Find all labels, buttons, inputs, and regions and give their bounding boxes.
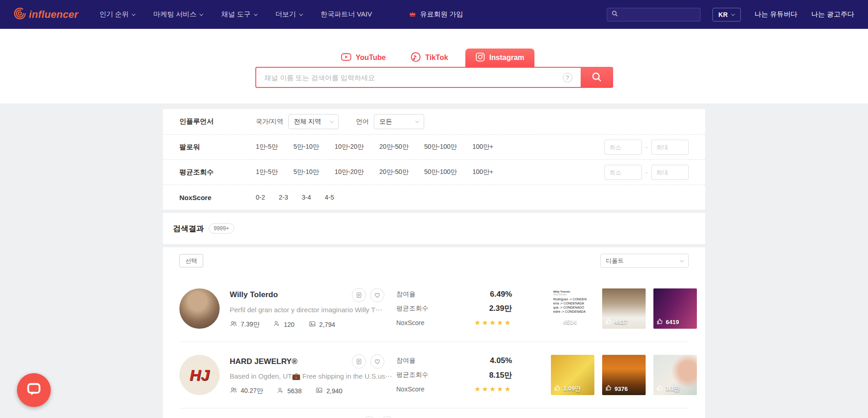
- nav-search-input[interactable]: [622, 11, 696, 18]
- noxscore-stars: ★★★★★: [474, 319, 512, 327]
- noxscore-range-option[interactable]: 2-3: [279, 194, 288, 201]
- results-list-panel: 선택 디폴트 Willy Tolerdo: [163, 247, 705, 418]
- nav-link-im-a-youtuber[interactable]: 나는 유튜버다: [755, 10, 798, 19]
- favorite-heart-button[interactable]: [370, 288, 384, 302]
- chevron-down-icon: [330, 119, 334, 123]
- followers-icon: [230, 320, 237, 329]
- tab-tiktok[interactable]: TikTok: [403, 49, 455, 67]
- following-icon: [277, 387, 284, 396]
- help-icon[interactable]: ?: [563, 73, 572, 82]
- filter-label: 평균조회수: [179, 168, 256, 177]
- avgview-range-option[interactable]: 10만-20만: [334, 168, 364, 176]
- follower-range-option[interactable]: 100만+: [472, 143, 493, 151]
- avatar[interactable]: [179, 288, 220, 329]
- logo[interactable]: influencer: [14, 7, 78, 22]
- like-count: 4437: [615, 319, 628, 326]
- followers-stat: 7.39만: [230, 320, 259, 329]
- search-button[interactable]: [581, 67, 613, 88]
- follower-range-option[interactable]: 1만-5만: [256, 143, 278, 151]
- language-select[interactable]: 모든: [374, 114, 424, 129]
- favorite-heart-button[interactable]: [380, 416, 394, 418]
- post-thumbnail[interactable]: 4437: [602, 288, 646, 329]
- tiktok-icon: [410, 52, 421, 64]
- post-thumbnail[interactable]: 9376: [602, 355, 646, 395]
- avgview-range-option[interactable]: 20만-50만: [379, 168, 409, 176]
- image-icon: [308, 320, 316, 329]
- follower-range-option[interactable]: 5만-10만: [293, 143, 319, 151]
- filter-row-avg-views: 평균조회수 1만-5만 5만-10만 10만-20만 20만-50만 50만-1…: [163, 159, 705, 185]
- posts-stat: 2,794: [308, 320, 335, 329]
- nav-link-im-an-advertiser[interactable]: 나는 광고주다: [811, 10, 854, 19]
- follower-min-input[interactable]: [604, 140, 642, 155]
- search-icon: [611, 10, 618, 19]
- page-body: 인플루언서 국가/지역 전체 지역 언어 모든 팔로워 1만-5만 5만-10만…: [0, 103, 868, 418]
- nav-search-box[interactable]: [607, 8, 701, 22]
- follower-range-option[interactable]: 10만-20만: [334, 143, 364, 151]
- channel-name[interactable]: HARD JEWELRY®: [230, 357, 297, 366]
- search-icon: [591, 71, 602, 84]
- instagram-icon: [475, 52, 485, 64]
- following-icon: [273, 320, 280, 329]
- post-thumbnail[interactable]: Willy Tolerdo WillyTolerdoo Rodríguez ->…: [551, 288, 594, 329]
- noxscore-range-option[interactable]: 4-5: [325, 194, 334, 201]
- avgview-range-option[interactable]: 50만-100만: [424, 168, 457, 176]
- language-selector[interactable]: KR: [712, 8, 741, 22]
- nav-menu: 인기 순위 마케팅 서비스 채널 도구 더보기 한국파트너 VAIV 유료회원 …: [99, 10, 463, 19]
- noxscore-range-option[interactable]: 0-2: [256, 194, 265, 201]
- filter-row-influencer: 인플루언서 국가/지역 전체 지역 언어 모든: [163, 109, 705, 134]
- post-thumbnail[interactable]: 1.09만: [551, 355, 594, 395]
- follower-range-option[interactable]: 20만-50만: [379, 143, 409, 151]
- avgview-range-option[interactable]: 5만-10만: [293, 168, 319, 176]
- chat-bubble-icon: [26, 381, 42, 399]
- like-count: 6419: [666, 319, 679, 326]
- note-button[interactable]: [362, 416, 376, 418]
- chevron-down-icon: [299, 12, 302, 16]
- avgview-min-input[interactable]: [604, 165, 642, 180]
- avgview-range-option[interactable]: 1만-5만: [256, 168, 278, 176]
- nav-item-channel-tools[interactable]: 채널 도구: [221, 10, 257, 19]
- chat-widget-button[interactable]: [17, 373, 51, 407]
- follower-max-input[interactable]: [651, 140, 689, 155]
- result-row[interactable]: HJ HARD JEWELRY® Based in O: [179, 342, 689, 408]
- nav-item-korea-partner[interactable]: 한국파트너 VAIV: [321, 10, 372, 19]
- country-select[interactable]: 전체 지역: [288, 114, 339, 129]
- follower-range-option[interactable]: 50만-100만: [424, 143, 457, 151]
- avatar[interactable]: HJ: [179, 355, 220, 395]
- note-button[interactable]: [352, 288, 366, 302]
- followers-icon: [230, 386, 237, 396]
- nav-item-more[interactable]: 더보기: [275, 10, 302, 19]
- avgview-max-input[interactable]: [651, 165, 689, 180]
- filter-panel: 인플루언서 국가/지역 전체 지역 언어 모든 팔로워 1만-5만 5만-10만…: [163, 109, 705, 210]
- note-button[interactable]: [352, 354, 366, 369]
- following-stat: 120: [273, 320, 294, 329]
- main-search-input[interactable]: [264, 74, 558, 81]
- thumbs-up-icon: [605, 318, 612, 326]
- engagement-label: 참여율: [396, 290, 415, 299]
- platform-search-section: YouTube TikTok Instagram ?: [0, 29, 868, 103]
- nav-item-premium-signup[interactable]: 유료회원 가입: [409, 10, 463, 19]
- tab-youtube[interactable]: YouTube: [334, 49, 393, 67]
- thumbs-up-icon: [657, 318, 663, 326]
- post-thumbnail[interactable]: 1.1만: [653, 355, 697, 395]
- nav-item-marketing-services[interactable]: 마케팅 서비스: [153, 10, 203, 19]
- logo-text: influencer: [29, 9, 78, 21]
- favorite-heart-button[interactable]: [370, 354, 384, 369]
- channel-description: Perfil del gran actor y director imagina…: [230, 306, 396, 314]
- follower-range-options: 1만-5만 5만-10만 10만-20만 20만-50만 50만-100만 10…: [256, 143, 493, 151]
- avg-views-label: 평균조회수: [396, 371, 428, 379]
- like-count: 4514: [563, 319, 577, 326]
- channel-name[interactable]: Willy Tolerdo: [230, 290, 278, 299]
- result-row-partial[interactable]: [179, 408, 689, 418]
- range-dash: -: [646, 169, 647, 176]
- avgview-range-option[interactable]: 100만+: [472, 168, 493, 176]
- tab-instagram[interactable]: Instagram: [465, 49, 534, 67]
- post-thumbnail[interactable]: 6419: [653, 288, 697, 329]
- avg-views-label: 평균조회수: [396, 304, 428, 313]
- select-button[interactable]: 선택: [179, 254, 203, 267]
- noxscore-range-option[interactable]: 3-4: [302, 194, 311, 201]
- nav-item-rankings[interactable]: 인기 순위: [99, 10, 135, 19]
- result-row[interactable]: Willy Tolerdo Perfil del gran actor y di…: [179, 275, 689, 342]
- thumbs-up-icon: [605, 385, 612, 393]
- sort-select[interactable]: 디폴트: [600, 254, 689, 268]
- range-dash: -: [646, 144, 647, 151]
